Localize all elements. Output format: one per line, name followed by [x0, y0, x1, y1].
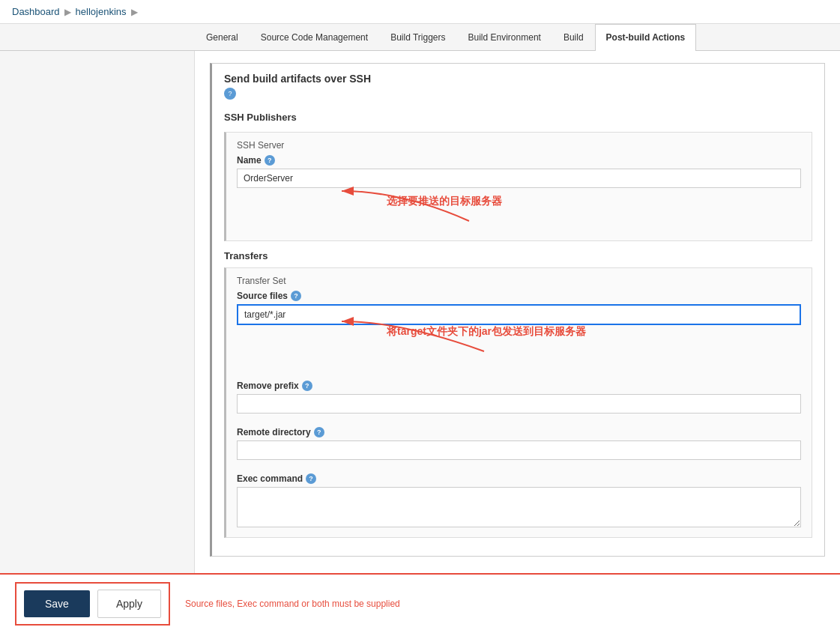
tab-build[interactable]: Build [552, 24, 595, 50]
error-message: Source files, Exec command or both must … [185, 599, 400, 609]
source-files-label: Source files ? [237, 291, 801, 301]
breadcrumb-sep2: ▶ [131, 7, 138, 17]
source-files-input[interactable] [237, 304, 801, 325]
remove-prefix-help-icon[interactable]: ? [302, 381, 312, 391]
exec-cmd-section: Exec command ? [237, 473, 801, 530]
breadcrumb-dashboard[interactable]: Dashboard [12, 6, 60, 17]
exec-cmd-label: Exec command ? [237, 473, 801, 484]
server-dropdown[interactable]: OrderServer [237, 169, 801, 188]
exec-cmd-help-icon[interactable]: ? [306, 473, 316, 484]
tab-build-env[interactable]: Build Environment [457, 24, 552, 50]
remove-prefix-label: Remove prefix ? [237, 381, 801, 391]
transfers-title: Transfers [224, 250, 812, 261]
server-annotation-text: 选择要推送的目标服务器 [387, 195, 502, 208]
send-artifacts-title: Send build artifacts over SSH [224, 73, 812, 85]
remote-dir-label: Remote directory ? [237, 427, 801, 437]
transfer-set-label: Transfer Set [237, 276, 801, 286]
tab-build-triggers[interactable]: Build Triggers [379, 24, 456, 50]
ssh-server-subsection: SSH Server Name ? OrderServer [224, 132, 812, 241]
remote-dir-input[interactable] [237, 440, 801, 460]
content-area: Send build artifacts over SSH ? SSH Publ… [195, 51, 840, 633]
sidebar [0, 51, 195, 633]
name-field-label: Name ? [237, 155, 801, 166]
tab-source-code[interactable]: Source Code Management [250, 24, 379, 50]
transfer-set-subsection: Transfer Set Source files ? [224, 267, 812, 538]
main-layout: Send build artifacts over SSH ? SSH Publ… [0, 51, 840, 633]
exec-cmd-input[interactable] [237, 487, 801, 527]
name-help-icon[interactable]: ? [265, 155, 275, 166]
remove-prefix-section: Remove prefix ? [237, 381, 801, 417]
source-files-help-icon[interactable]: ? [291, 291, 301, 301]
send-artifacts-help-icon[interactable]: ? [224, 88, 236, 100]
remote-dir-help-icon[interactable]: ? [314, 427, 324, 437]
source-files-annotation-text: 将target文件夹下的jar包发送到目标服务器 [387, 325, 586, 339]
save-apply-outline: Save Apply [15, 582, 170, 626]
apply-button[interactable]: Apply [97, 590, 161, 618]
send-artifacts-section: Send build artifacts over SSH ? SSH Publ… [210, 63, 825, 557]
bottom-bar: Save Apply Source files, Exec command or… [0, 573, 840, 633]
tab-general[interactable]: General [195, 24, 250, 50]
tab-bar: General Source Code Management Build Tri… [0, 24, 840, 51]
ssh-server-label: SSH Server [237, 140, 801, 151]
breadcrumb-sep1: ▶ [64, 7, 71, 17]
server-dropdown-area: OrderServer 选择要推送的目标服务器 [237, 169, 801, 233]
remove-prefix-input[interactable] [237, 394, 801, 414]
source-files-area: 将target文件夹下的jar包发送到目标服务器 [237, 304, 801, 370]
remote-dir-section: Remote directory ? [237, 427, 801, 463]
breadcrumb: Dashboard ▶ hellojenkins ▶ [0, 0, 840, 24]
breadcrumb-project[interactable]: hellojenkins [76, 6, 127, 17]
transfers-section: Transfers Transfer Set Source files ? [224, 250, 812, 538]
tab-post-build[interactable]: Post-build Actions [595, 24, 697, 51]
ssh-publishers-title: SSH Publishers [224, 112, 812, 123]
save-button[interactable]: Save [24, 590, 90, 617]
